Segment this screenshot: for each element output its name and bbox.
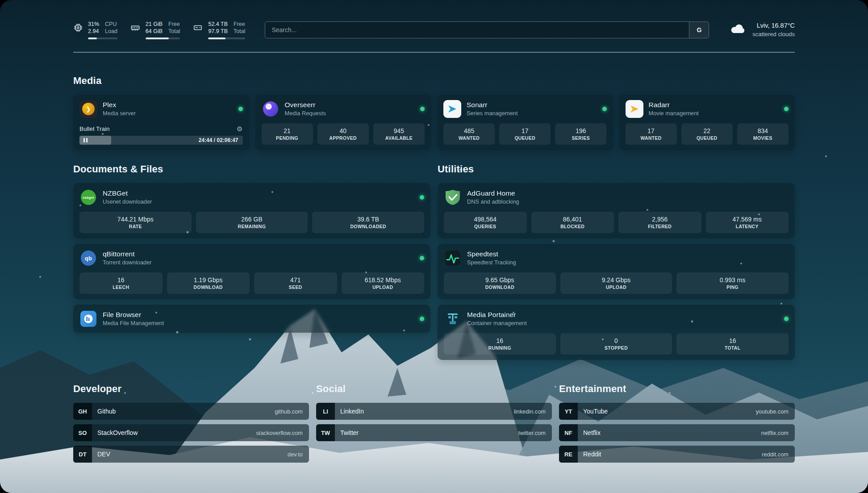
search-engine-button[interactable]: G <box>689 22 709 38</box>
top-bar: 31% 2.94 CPU Load <box>73 18 795 42</box>
bookmark-twitter[interactable]: TW Twitter twitter.com <box>316 424 552 441</box>
bookmark-abbr-badge: YT <box>559 403 578 420</box>
stat-value: 618.52 Mbps <box>365 276 401 284</box>
stat-value: 9.65 Gbps <box>485 276 514 284</box>
speedtest-icon <box>444 249 462 267</box>
bookmark-reddit[interactable]: RE Reddit reddit.com <box>559 446 795 463</box>
app-card-speedtest[interactable]: Speedtest Speedtest Tracking 9.65 GbpsDO… <box>438 244 795 299</box>
app-card-radarr[interactable]: Radarr Movie management 17WANTED 22QUEUE… <box>619 95 795 150</box>
adguard-icon <box>444 188 462 206</box>
stat-value: 47.569 ms <box>733 216 762 223</box>
playback-time: 24:44 / 02:06:47 <box>199 137 238 143</box>
section-utilities: Utilities <box>438 163 795 360</box>
app-name: Sonarr <box>467 100 518 109</box>
bookmark-abbr-badge: LI <box>316 403 335 420</box>
cpu-icon <box>73 23 83 33</box>
app-name: File Browser <box>103 310 164 319</box>
stat-value: 17 <box>647 127 655 134</box>
cpu-percent: 31% <box>88 21 99 28</box>
ram-total-label: Total <box>168 28 180 35</box>
app-card-filebrowser[interactable]: File Browser Media File Management <box>73 305 430 333</box>
ram-progress-bar <box>146 38 180 39</box>
stat-tile: 618.52 MbpsUPLOAD <box>342 272 425 294</box>
bookmark-abbr-badge: DT <box>73 446 92 463</box>
bookmark-stackoverflow[interactable]: SO StackOverflow stackoverflow.com <box>73 424 309 441</box>
bookmark-name: LinkedIn <box>340 408 364 415</box>
app-card-overseerr[interactable]: Overseerr Media Requests 21PENDING 40APP… <box>255 95 431 150</box>
app-subtitle: Speedtest Tracking <box>467 258 516 267</box>
dashboard-window: 31% 2.94 CPU Load <box>0 0 868 493</box>
app-card-nzbget[interactable]: nzbget NZBGet Usenet downloader 744.21 M… <box>73 183 430 238</box>
bookmark-netflix[interactable]: NF Netflix netflix.com <box>559 424 795 441</box>
stat-label: DOWNLOAD <box>194 284 223 290</box>
app-subtitle: Movie management <box>649 109 699 117</box>
section-title-documents: Documents & Files <box>73 163 430 175</box>
app-name: Plex <box>103 100 136 109</box>
status-online-dot <box>420 107 425 111</box>
stat-value: 266 GB <box>241 216 262 223</box>
gear-icon[interactable]: ⚙ <box>237 125 242 132</box>
stat-label: QUEUED <box>697 135 718 141</box>
sonarr-icon <box>443 100 461 118</box>
bookmark-group-developer: Developer GH Github github.com SO StackO… <box>73 383 309 463</box>
app-card-sonarr[interactable]: Sonarr Series management 485WANTED 17QUE… <box>437 95 613 150</box>
section-media: Media ❯ Plex Media server Bullet Tr <box>73 75 795 150</box>
status-online-dot <box>784 107 789 111</box>
status-online-dot <box>420 195 424 200</box>
bookmark-dev[interactable]: DT DEV dev.to <box>73 446 309 463</box>
bookmark-youtube[interactable]: YT YouTube youtube.com <box>559 403 795 420</box>
stat-label: LEECH <box>113 284 129 290</box>
plex-chevron-glyph: ❯ <box>82 103 95 115</box>
stat-value: 2,956 <box>652 216 668 223</box>
disk-total-value: 97.9 TB <box>208 28 228 35</box>
stat-value: 485 <box>464 127 474 134</box>
section-title-media: Media <box>73 75 795 87</box>
bookmark-name: Reddit <box>583 451 601 458</box>
stat-label: RUNNING <box>488 345 511 351</box>
search-input[interactable] <box>265 22 689 38</box>
bookmark-github[interactable]: GH Github github.com <box>73 403 309 420</box>
stat-tile: 47.569 msLATENCY <box>706 212 789 233</box>
bookmark-group-social: Social LI LinkedIn linkedin.com TW Twitt… <box>316 383 552 463</box>
stat-label: WANTED <box>459 135 480 141</box>
playback-progress-bar[interactable]: 24:44 / 02:06:47 <box>79 136 243 145</box>
stat-tile: 16TOTAL <box>676 333 789 355</box>
app-subtitle: Series management <box>467 109 518 117</box>
section-title-social: Social <box>316 383 552 395</box>
app-subtitle: Media server <box>103 109 136 117</box>
stat-tile: 39.6 TBDOWNLOADED <box>312 212 424 233</box>
app-card-adguard[interactable]: AdGuard Home DNS and adblocking 498,564Q… <box>438 183 795 238</box>
app-name: AdGuard Home <box>467 189 519 197</box>
stat-value: 9.24 Gbps <box>602 276 631 284</box>
pause-icon[interactable] <box>83 138 88 142</box>
stat-tile: 17QUEUED <box>499 123 551 145</box>
stat-label: SEED <box>289 284 302 290</box>
bookmark-url: twitter.com <box>518 430 546 436</box>
disk-free-label: Free <box>234 21 245 28</box>
app-subtitle: Container management <box>467 319 527 327</box>
stat-label: AVAILABLE <box>385 135 413 141</box>
stat-label: REMAINING <box>238 224 266 229</box>
app-card-portainer[interactable]: Media Portainer Container management 16R… <box>438 305 795 360</box>
app-card-plex[interactable]: ❯ Plex Media server Bullet Train ⚙ <box>73 95 249 150</box>
stat-tile: 2,956FILTERED <box>618 212 701 233</box>
app-card-qbittorrent[interactable]: qb qBittorrent Torrent downloader 16LEEC… <box>73 244 430 299</box>
stat-value: 0 <box>614 337 618 344</box>
app-subtitle: Media File Management <box>103 319 164 327</box>
stat-label: UPLOAD <box>372 284 393 290</box>
ram-free-label: Free <box>168 21 180 28</box>
disk-free-value: 52.4 TB <box>208 21 228 28</box>
stat-value: 945 <box>394 127 404 134</box>
stat-value: 1.19 Gbps <box>194 276 223 284</box>
filebrowser-icon <box>79 310 97 328</box>
stat-value: 39.6 TB <box>357 216 379 223</box>
weather-widget: Lviv, 16.87°C scattered clouds <box>730 21 795 38</box>
weather-condition: scattered clouds <box>752 30 795 38</box>
bookmark-abbr-badge: SO <box>73 424 92 441</box>
app-name: Speedtest <box>467 250 516 258</box>
bookmark-linkedin[interactable]: LI LinkedIn linkedin.com <box>316 403 552 420</box>
stat-value: 196 <box>576 127 586 134</box>
stat-value: 16 <box>117 276 125 284</box>
stat-label: RATE <box>129 224 142 229</box>
stat-tile: 16RUNNING <box>444 333 556 355</box>
